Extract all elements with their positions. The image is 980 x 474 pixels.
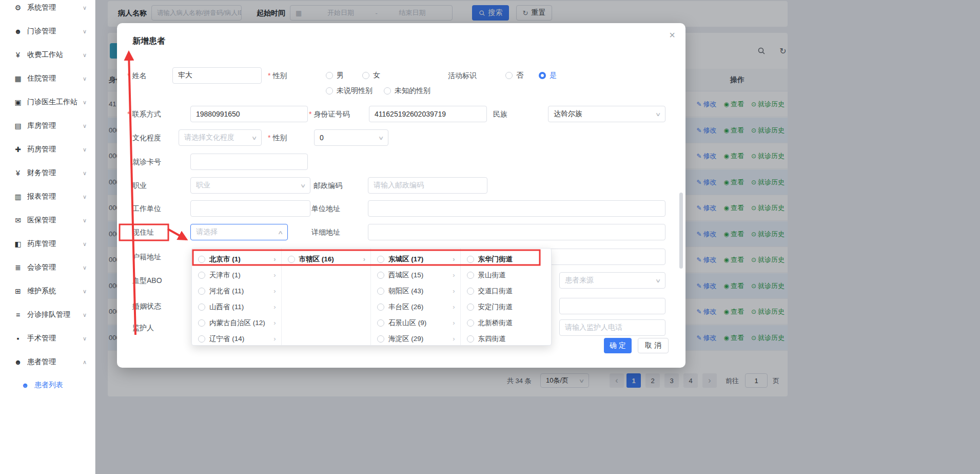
cascader-option-donghuamen[interactable]: 东华门街道 — [461, 251, 552, 267]
confirm-button[interactable]: 确 定 — [604, 338, 632, 353]
contact-input[interactable]: 19880991650 — [190, 106, 308, 122]
gender-male-radio[interactable]: 男 — [326, 71, 344, 80]
chevron-down-icon: ∨ — [83, 264, 87, 271]
current-address-select[interactable]: 请选择∧ — [190, 224, 288, 240]
guardian-phone-input[interactable]: 请输入监护人电话 — [559, 319, 665, 336]
cascader-street-column: 东华门街道 景山街道 交道口街道 安定门街道 北新桥街道 东四街道 — [461, 249, 552, 345]
cascader-option-haidian[interactable]: 海淀区 (29)› — [371, 331, 460, 346]
cascader-option-fengtai[interactable]: 丰台区 (26)› — [371, 299, 460, 315]
gender2-select[interactable]: 0∨ — [314, 129, 388, 146]
work-unit-input[interactable] — [190, 200, 310, 217]
sidebar-item-finance-mgmt[interactable]: ¥财务管理∨ — [0, 161, 95, 185]
education-placeholder: 请选择文化程度 — [184, 133, 234, 142]
cascader-option-neimenggu[interactable]: 内蒙古自治区 (12)› — [192, 315, 281, 331]
dialog-scrollbar[interactable] — [679, 193, 683, 269]
cascader-option-beixinqiao[interactable]: 北新桥街道 — [461, 315, 552, 331]
sidebar-item-pharmacy-mgmt[interactable]: ✚药房管理∨ — [0, 138, 95, 161]
radio-label: 女 — [373, 71, 380, 80]
cascader-option-andingmen[interactable]: 安定门街道 — [461, 299, 552, 315]
sidebar-item-drugstore-mgmt[interactable]: ◧药库管理∨ — [0, 232, 95, 256]
chevron-right-icon: › — [273, 255, 276, 263]
detail-address-input[interactable] — [368, 224, 665, 240]
marital-input[interactable] — [559, 298, 665, 314]
gender-unknown-radio[interactable]: 未知的性别 — [384, 87, 430, 95]
cascader-option-shijingshan[interactable]: 石景山区 (9)› — [371, 315, 460, 331]
cancel-label: 取 消 — [645, 341, 661, 350]
option-label: 东四街道 — [478, 334, 506, 344]
option-label: 东华门街道 — [478, 255, 513, 264]
radio-icon — [198, 288, 205, 295]
option-label: 河北省 (11) — [209, 287, 244, 296]
cascader-option-xicheng[interactable]: 西城区 (15)› — [371, 267, 460, 283]
sidebar-item-outpatient-doctor-workstation[interactable]: ▣门诊医生工作站∨ — [0, 90, 95, 114]
sidebar-item-surgery-mgmt[interactable]: ▪手术管理∨ — [0, 327, 95, 350]
chevron-down-icon: ∨ — [83, 123, 87, 129]
square-icon: ▪ — [13, 334, 23, 343]
sidebar-item-inpatient-mgmt[interactable]: ▦住院管理∨ — [0, 67, 95, 90]
cascader-option-shanxi[interactable]: 山西省 (11)› — [192, 299, 281, 315]
sidebar-item-patient-list[interactable]: ☻ 患者列表 — [0, 374, 95, 396]
ethnic-select[interactable]: 达斡尔族∨ — [548, 106, 665, 122]
sidebar-item-insurance-mgmt[interactable]: ✉医保管理∨ — [0, 208, 95, 232]
sidebar-item-label: 分诊排队管理 — [27, 310, 83, 319]
postal-input[interactable]: 请输入邮政编码 — [368, 177, 487, 194]
radio-icon — [377, 335, 384, 343]
cascader-option-beijing[interactable]: 北京市 (1)› — [192, 251, 281, 267]
sidebar-item-system-mgmt[interactable]: ⚙系统管理∨ — [0, 0, 95, 20]
active-no-radio[interactable]: 否 — [505, 71, 523, 80]
cascader-option-jiaodaokou[interactable]: 交道口街道 — [461, 283, 552, 299]
sidebar-item-patient-mgmt[interactable]: ☻患者管理∧ — [0, 350, 95, 374]
cascader-option-liaoning[interactable]: 辽宁省 (14)› — [192, 331, 281, 346]
chevron-down-icon: ∨ — [655, 111, 661, 117]
patient-source-select[interactable]: 患者来源∨ — [559, 272, 665, 289]
chevron-right-icon: › — [453, 319, 455, 327]
occupation-select[interactable]: 职业∨ — [190, 177, 310, 194]
cascader-option-jingshan[interactable]: 景山街道 — [461, 267, 552, 283]
cascader-option-chaoyang[interactable]: 朝阳区 (43)› — [371, 283, 460, 299]
sidebar-item-triage-queue-mgmt[interactable]: ≡分诊排队管理∨ — [0, 303, 95, 327]
chevron-right-icon: › — [453, 303, 455, 311]
card-number-input[interactable] — [190, 154, 308, 170]
unit-address-input[interactable] — [368, 200, 665, 217]
chevron-down-icon: ∨ — [655, 278, 661, 283]
grid-icon: ⊞ — [13, 287, 23, 295]
sidebar-item-warehouse-mgmt[interactable]: ▤库房管理∨ — [0, 114, 95, 138]
detail-address-label: 详细地址 — [311, 228, 340, 237]
name-value: 牢大 — [178, 71, 192, 80]
chevron-down-icon: ∨ — [83, 335, 87, 342]
sidebar-item-billing-workstation[interactable]: ¥收费工作站∨ — [0, 43, 95, 67]
cascader-option-shixiaqu[interactable]: 市辖区 (16)› — [282, 251, 371, 267]
cascader-option-dongcheng[interactable]: 东城区 (17)› — [371, 251, 460, 267]
gender-female-radio[interactable]: 女 — [362, 71, 380, 80]
sidebar-item-outpatient-mgmt[interactable]: ☻门诊管理∨ — [0, 20, 95, 43]
option-label: 市辖区 (16) — [299, 255, 334, 264]
education-select[interactable]: 请选择文化程度∨ — [179, 129, 262, 146]
chevron-right-icon: › — [273, 287, 276, 295]
occupation-placeholder: 职业 — [196, 181, 210, 190]
chevron-up-icon: ∧ — [83, 359, 87, 366]
sidebar-item-label: 门诊管理 — [27, 27, 83, 36]
sidebar-item-report-mgmt[interactable]: ▥报表管理∨ — [0, 185, 95, 208]
sidebar: ⚙系统管理∨ ☻门诊管理∨ ¥收费工作站∨ ▦住院管理∨ ▣门诊医生工作站∨ ▤… — [0, 0, 95, 474]
option-label: 景山街道 — [478, 271, 506, 280]
sidebar-item-label: 系统管理 — [27, 3, 83, 12]
idcard-value: 411625192602039719 — [375, 110, 446, 118]
sidebar-item-consultation-mgmt[interactable]: ≣会诊管理∨ — [0, 256, 95, 279]
sidebar-item-maintenance-system[interactable]: ⊞维护系统∨ — [0, 279, 95, 303]
radio-icon — [467, 272, 474, 279]
option-label: 安定门街道 — [478, 302, 513, 312]
cancel-button[interactable]: 取 消 — [638, 338, 669, 353]
cascader-option-tianjin[interactable]: 天津市 (1)› — [192, 267, 281, 283]
cascader-option-dongsi[interactable]: 东四街道 — [461, 331, 552, 346]
sidebar-item-label: 药房管理 — [27, 145, 83, 154]
gender-unspecified-radio[interactable]: 未说明性别 — [326, 87, 373, 95]
gender2-label: 性别 — [268, 134, 287, 143]
idcard-input[interactable]: 411625192602039719 — [369, 106, 487, 122]
close-icon[interactable]: × — [669, 29, 675, 41]
cascader-option-hebei[interactable]: 河北省 (11)› — [192, 283, 281, 299]
chevron-up-icon: ∧ — [277, 230, 283, 235]
active-yes-radio[interactable]: 是 — [539, 71, 557, 80]
name-input[interactable]: 牢大 — [172, 67, 262, 84]
sidebar-item-label: 库房管理 — [27, 121, 83, 130]
option-label: 东城区 (17) — [388, 255, 423, 264]
